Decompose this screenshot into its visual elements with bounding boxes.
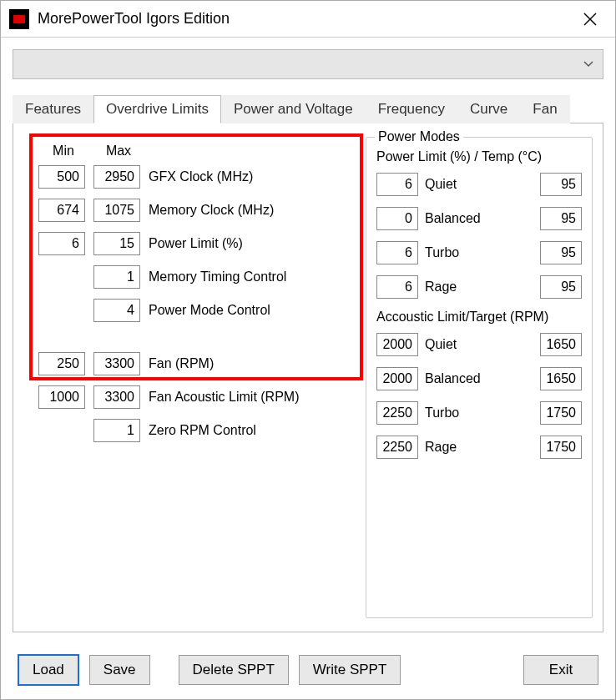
tab-curve[interactable]: Curve <box>457 95 520 123</box>
fan-acoustic-min-input[interactable] <box>38 385 85 409</box>
chevron-down-icon <box>583 58 594 71</box>
memory-clock-max-input[interactable] <box>93 199 140 222</box>
power-limit-temp-label: Power Limit (%) / Temp (°C) <box>376 149 582 164</box>
balanced-temp-input[interactable] <box>540 207 582 230</box>
close-button[interactable] <box>573 3 607 36</box>
pm-rage: Rage <box>376 275 582 299</box>
row-fan-acoustic: Fan Acoustic Limit (RPM) <box>38 385 349 409</box>
device-dropdown[interactable] <box>13 49 603 79</box>
max-header: Max <box>95 144 142 159</box>
balanced-al-label: Balanced <box>425 371 533 386</box>
balanced-acoustic-target-input[interactable] <box>540 367 582 390</box>
rage-acoustic-limit-input[interactable] <box>376 436 418 459</box>
al-rage: Rage <box>376 436 582 459</box>
tabstrip: Features Overdrive Limits Power and Volt… <box>13 94 603 123</box>
min-header: Min <box>40 144 87 159</box>
power-limit-max-input[interactable] <box>93 232 140 255</box>
column-headers: Min Max <box>40 144 349 159</box>
power-mode-max-input[interactable] <box>93 299 140 322</box>
power-modes-frame: Power Modes Power Limit (%) / Temp (°C) … <box>366 137 593 618</box>
tab-power-and-voltage[interactable]: Power and Voltage <box>221 95 366 123</box>
balanced-power-input[interactable] <box>376 207 418 230</box>
rage-al-label: Rage <box>425 440 533 455</box>
balanced-label: Balanced <box>425 211 533 226</box>
close-icon <box>583 13 597 26</box>
row-fan-rpm: Fan (RPM) <box>38 352 349 375</box>
rage-power-input[interactable] <box>376 275 418 299</box>
content-area: Features Overdrive Limits Power and Volt… <box>1 38 615 644</box>
fan-acoustic-label: Fan Acoustic Limit (RPM) <box>149 390 349 405</box>
al-balanced: Balanced <box>376 367 582 390</box>
save-button[interactable]: Save <box>89 655 150 685</box>
fan-rpm-label: Fan (RPM) <box>149 356 349 371</box>
gfx-clock-max-input[interactable] <box>93 165 140 189</box>
tab-fan[interactable]: Fan <box>520 95 569 123</box>
turbo-acoustic-limit-input[interactable] <box>376 401 418 425</box>
power-modes-title: Power Modes <box>375 129 463 144</box>
pm-turbo: Turbo <box>376 241 582 264</box>
quiet-acoustic-limit-input[interactable] <box>376 333 418 356</box>
rage-temp-input[interactable] <box>540 275 582 299</box>
memory-clock-min-input[interactable] <box>38 199 85 222</box>
quiet-al-label: Quiet <box>425 337 533 352</box>
turbo-label: Turbo <box>425 245 533 260</box>
write-sppt-button[interactable]: Write SPPT <box>299 655 401 685</box>
tab-features[interactable]: Features <box>13 95 93 123</box>
pm-quiet: Quiet <box>376 173 582 196</box>
memory-timing-label: Memory Timing Control <box>149 269 349 285</box>
power-limit-min-input[interactable] <box>38 232 85 255</box>
load-button[interactable]: Load <box>18 654 79 686</box>
pm-balanced: Balanced <box>376 207 582 230</box>
fan-acoustic-max-input[interactable] <box>93 385 140 409</box>
rage-label: Rage <box>425 279 533 295</box>
tab-frequency[interactable]: Frequency <box>366 95 457 123</box>
al-turbo: Turbo <box>376 401 582 425</box>
gfx-clock-label: GFX Clock (MHz) <box>149 169 349 184</box>
button-bar: Load Save Delete SPPT Write SPPT Exit <box>1 644 615 699</box>
acoustic-limit-label: Accoustic Limit/Target (RPM) <box>376 310 582 325</box>
memory-timing-max-input[interactable] <box>93 265 140 289</box>
turbo-al-label: Turbo <box>425 405 533 421</box>
row-zero-rpm: Zero RPM Control <box>38 419 349 442</box>
turbo-acoustic-target-input[interactable] <box>540 401 582 425</box>
gfx-clock-min-input[interactable] <box>38 165 85 189</box>
main-window: MorePowerTool Igors Edition Features Ove… <box>0 0 616 700</box>
titlebar: MorePowerTool Igors Edition <box>1 1 615 38</box>
exit-button[interactable]: Exit <box>523 655 598 685</box>
balanced-acoustic-limit-input[interactable] <box>376 367 418 390</box>
turbo-power-input[interactable] <box>376 241 418 264</box>
row-power-mode-control: Power Mode Control <box>38 299 349 322</box>
fan-rpm-max-input[interactable] <box>93 352 140 375</box>
row-power-limit: Power Limit (%) <box>38 232 349 255</box>
row-gfx-clock: GFX Clock (MHz) <box>38 165 349 189</box>
app-icon <box>9 9 29 29</box>
fan-rpm-min-input[interactable] <box>38 352 85 375</box>
zero-rpm-max-input[interactable] <box>93 419 140 442</box>
row-memory-timing: Memory Timing Control <box>38 265 349 289</box>
quiet-power-input[interactable] <box>376 173 418 196</box>
zero-rpm-label: Zero RPM Control <box>149 423 349 438</box>
memory-clock-label: Memory Clock (MHz) <box>149 203 349 218</box>
turbo-temp-input[interactable] <box>540 241 582 264</box>
power-mode-label: Power Mode Control <box>149 303 349 318</box>
tab-overdrive-limits[interactable]: Overdrive Limits <box>93 95 221 123</box>
rage-acoustic-target-input[interactable] <box>540 436 582 459</box>
row-memory-clock: Memory Clock (MHz) <box>38 199 349 222</box>
window-title: MorePowerTool Igors Edition <box>38 10 573 28</box>
quiet-acoustic-target-input[interactable] <box>540 333 582 356</box>
power-limit-label: Power Limit (%) <box>149 236 349 251</box>
overdrive-left-column: Min Max GFX Clock (MHz) Memory Clock (MH… <box>23 137 356 618</box>
al-quiet: Quiet <box>376 333 582 356</box>
delete-sppt-button[interactable]: Delete SPPT <box>179 655 289 685</box>
tab-panel-overdrive: Min Max GFX Clock (MHz) Memory Clock (MH… <box>13 123 603 632</box>
quiet-label: Quiet <box>425 177 533 192</box>
quiet-temp-input[interactable] <box>540 173 582 196</box>
